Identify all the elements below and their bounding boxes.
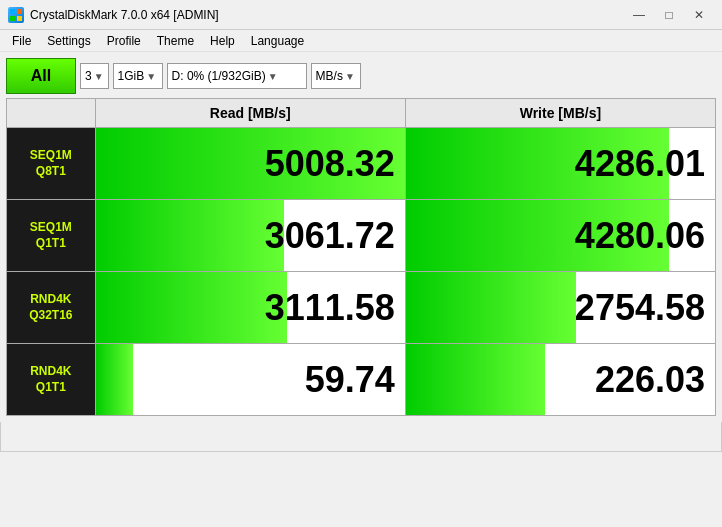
app-icon [8,7,24,23]
read-value-cell-0: 5008.32 [95,128,405,200]
minimize-button[interactable]: — [624,4,654,26]
row-label-0: SEQ1MQ8T1 [7,128,96,200]
read-value-cell-3: 59.74 [95,344,405,416]
main-content: All 3 ▼ 1GiB ▼ D: 0% (1/932GiB) ▼ MB/s ▼… [0,52,722,422]
read-value-2: 3111.58 [96,272,405,343]
svg-rect-2 [10,16,15,21]
write-value-1: 4280.06 [406,200,715,271]
menu-item-language[interactable]: Language [243,30,312,51]
table-row: RND4KQ32T16 3111.58 2754.58 [7,272,716,344]
toolbar-row: All 3 ▼ 1GiB ▼ D: 0% (1/932GiB) ▼ MB/s ▼ [6,58,716,94]
row-label-3: RND4KQ1T1 [7,344,96,416]
size-dropdown-arrow: ▼ [146,71,156,82]
count-dropdown-arrow: ▼ [94,71,104,82]
size-dropdown[interactable]: 1GiB ▼ [113,63,163,89]
read-value-3: 59.74 [96,344,405,415]
label-header-cell [7,99,96,128]
menu-item-settings[interactable]: Settings [39,30,98,51]
read-value-cell-1: 3061.72 [95,200,405,272]
write-value-cell-2: 2754.58 [405,272,715,344]
row-label-2: RND4KQ32T16 [7,272,96,344]
row-label-1: SEQ1MQ1T1 [7,200,96,272]
write-value-cell-3: 226.03 [405,344,715,416]
table-row: RND4KQ1T1 59.74 226.03 [7,344,716,416]
count-dropdown[interactable]: 3 ▼ [80,63,109,89]
svg-rect-3 [17,16,22,21]
footer-area [0,422,722,452]
title-bar-controls: — □ ✕ [624,4,714,26]
read-value-0: 5008.32 [96,128,405,199]
menu-item-file[interactable]: File [4,30,39,51]
write-value-cell-0: 4286.01 [405,128,715,200]
unit-dropdown-arrow: ▼ [345,71,355,82]
table-row: SEQ1MQ8T1 5008.32 4286.01 [7,128,716,200]
table-row: SEQ1MQ1T1 3061.72 4280.06 [7,200,716,272]
drive-dropdown[interactable]: D: 0% (1/932GiB) ▼ [167,63,307,89]
title-bar: CrystalDiskMark 7.0.0 x64 [ADMIN] — □ ✕ [0,0,722,30]
benchmark-table: Read [MB/s] Write [MB/s] SEQ1MQ8T1 5008.… [6,98,716,416]
read-value-cell-2: 3111.58 [95,272,405,344]
table-header-row: Read [MB/s] Write [MB/s] [7,99,716,128]
read-value-1: 3061.72 [96,200,405,271]
read-header: Read [MB/s] [95,99,405,128]
menu-bar: FileSettingsProfileThemeHelpLanguage [0,30,722,52]
maximize-button[interactable]: □ [654,4,684,26]
svg-rect-1 [17,9,22,14]
close-button[interactable]: ✕ [684,4,714,26]
write-value-cell-1: 4280.06 [405,200,715,272]
window-title: CrystalDiskMark 7.0.0 x64 [ADMIN] [30,8,219,22]
menu-item-theme[interactable]: Theme [149,30,202,51]
write-header: Write [MB/s] [405,99,715,128]
menu-item-help[interactable]: Help [202,30,243,51]
svg-rect-0 [10,9,15,14]
write-value-2: 2754.58 [406,272,715,343]
all-button[interactable]: All [6,58,76,94]
title-bar-left: CrystalDiskMark 7.0.0 x64 [ADMIN] [8,7,219,23]
drive-dropdown-arrow: ▼ [268,71,278,82]
write-value-3: 226.03 [406,344,715,415]
menu-item-profile[interactable]: Profile [99,30,149,51]
unit-dropdown[interactable]: MB/s ▼ [311,63,361,89]
write-value-0: 4286.01 [406,128,715,199]
